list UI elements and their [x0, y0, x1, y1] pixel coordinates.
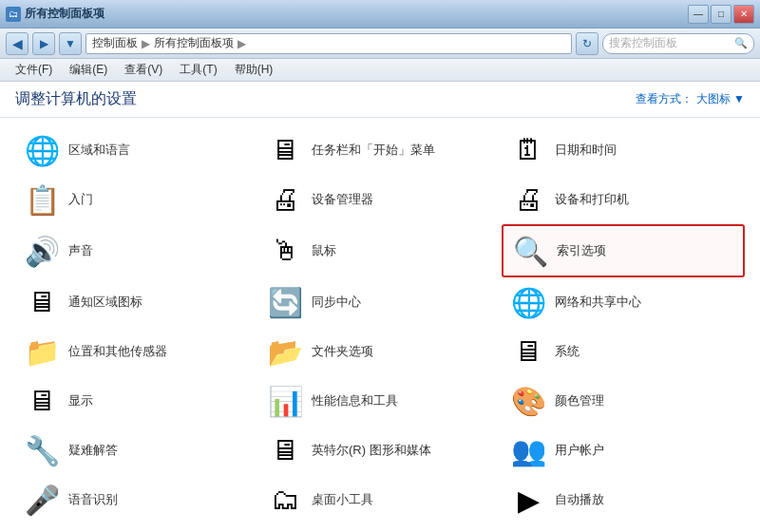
icon-image-devices-printers: 🖨: [511, 182, 545, 217]
icon-item-gadgets[interactable]: 🗂桌面小工具: [258, 475, 502, 524]
path-segment-2: 所有控制面板项: [154, 35, 234, 51]
view-label: 查看方式：: [636, 91, 693, 107]
icon-item-network-sharing[interactable]: 🌐网络和共享中心: [502, 277, 745, 327]
address-path[interactable]: 控制面板 ▶ 所有控制面板项 ▶: [86, 33, 572, 54]
main-body: 调整计算机的设置 查看方式： 大图标 ▼ 🌐区域和语言🖥任务栏和「开始」菜单🗓日…: [0, 82, 760, 532]
icon-label-sound: 声音: [68, 243, 93, 259]
icon-image-troubleshoot: 🔧: [25, 433, 59, 467]
icon-image-mouse: 🖱: [268, 234, 302, 268]
menu-file[interactable]: 文件(F): [8, 60, 60, 80]
icon-image-taskbar-start: 🖥: [268, 133, 302, 167]
icon-label-troubleshoot: 疑难解答: [68, 443, 118, 459]
icon-image-intel-media: 🖥: [268, 433, 302, 467]
menu-tools[interactable]: 工具(T): [172, 60, 224, 80]
icon-image-system: 🖥: [511, 334, 545, 369]
icon-image-network-sharing: 🌐: [511, 285, 545, 319]
icon-item-sound[interactable]: 🔊声音: [15, 224, 258, 277]
icon-label-folder-options: 文件夹选项: [312, 344, 373, 360]
icon-item-taskbar-start[interactable]: 🖥任务栏和「开始」菜单: [258, 125, 502, 175]
search-box[interactable]: 搜索控制面板 🔍: [602, 33, 754, 54]
icon-image-indexing-options: 🔍: [513, 234, 547, 268]
title-controls: — □ ✕: [688, 5, 754, 24]
icon-item-intel-media[interactable]: 🖥英特尔(R) 图形和媒体: [258, 426, 502, 475]
dropdown-button[interactable]: ▼: [59, 32, 82, 55]
icon-label-getting-started: 入门: [68, 192, 93, 208]
view-option[interactable]: 查看方式： 大图标 ▼: [636, 91, 745, 107]
content-header: 调整计算机的设置 查看方式： 大图标 ▼: [0, 82, 760, 118]
icon-label-notification-area: 通知区域图标: [68, 294, 142, 311]
icon-label-autoplay: 自动播放: [555, 492, 604, 508]
icon-image-gadgets: 🗂: [268, 483, 302, 517]
path-segment-1: 控制面板: [92, 35, 138, 51]
icon-item-region-lang[interactable]: 🌐区域和语言: [15, 125, 258, 175]
menu-edit[interactable]: 编辑(E): [62, 60, 115, 80]
icon-item-troubleshoot[interactable]: 🔧疑难解答: [15, 426, 258, 475]
menu-bar: 文件(F) 编辑(E) 查看(V) 工具(T) 帮助(H): [0, 59, 760, 82]
forward-button[interactable]: ▶: [32, 32, 55, 55]
icon-label-system: 系统: [555, 344, 580, 360]
back-button[interactable]: ◀: [6, 32, 28, 55]
icon-image-location-sensors: 📁: [25, 334, 59, 369]
menu-view[interactable]: 查看(V): [117, 60, 170, 80]
icon-item-notification-area[interactable]: 🖥通知区域图标: [15, 277, 258, 327]
search-placeholder: 搜索控制面板: [609, 35, 677, 51]
icon-item-device-manager[interactable]: 🖨设备管理器: [258, 175, 502, 224]
icon-item-user-accounts[interactable]: 👥用户帐户: [502, 426, 745, 475]
icon-label-display: 显示: [68, 393, 93, 409]
icon-item-sync-center[interactable]: 🔄同步中心: [258, 277, 502, 327]
icon-label-speech-recog: 语音识别: [68, 492, 118, 508]
icon-image-user-accounts: 👥: [511, 433, 545, 467]
icon-grid: 🌐区域和语言🖥任务栏和「开始」菜单🗓日期和时间📋入门🖨设备管理器🖨设备和打印机🔊…: [15, 125, 745, 524]
icon-image-sound: 🔊: [25, 234, 59, 268]
window-title: 所有控制面板项: [25, 6, 104, 22]
icon-label-indexing-options: 索引选项: [557, 243, 606, 259]
icon-item-display[interactable]: 🖥显示: [15, 376, 258, 426]
view-mode[interactable]: 大图标 ▼: [696, 91, 745, 107]
icon-label-color-mgmt: 颜色管理: [555, 393, 604, 409]
icon-image-date-time: 🗓: [511, 133, 545, 167]
icon-item-devices-printers[interactable]: 🖨设备和打印机: [502, 175, 745, 224]
icon-label-region-lang: 区域和语言: [68, 142, 130, 159]
close-button[interactable]: ✕: [733, 5, 754, 24]
refresh-button[interactable]: ↻: [576, 32, 598, 55]
icon-label-perf-info: 性能信息和工具: [312, 393, 398, 409]
icon-label-taskbar-start: 任务栏和「开始」菜单: [312, 142, 435, 159]
icon-item-system[interactable]: 🖥系统: [502, 327, 745, 376]
address-bar: ◀ ▶ ▼ 控制面板 ▶ 所有控制面板项 ▶ ↻ 搜索控制面板 🔍: [0, 28, 760, 59]
minimize-button[interactable]: —: [688, 5, 709, 24]
maximize-button[interactable]: □: [711, 5, 732, 24]
icon-label-devices-printers: 设备和打印机: [555, 192, 629, 208]
icon-item-autoplay[interactable]: ▶自动播放: [502, 475, 745, 524]
icon-label-sync-center: 同步中心: [312, 294, 361, 311]
icon-item-location-sensors[interactable]: 📁位置和其他传感器: [15, 327, 258, 376]
icon-image-speech-recog: 🎤: [25, 483, 59, 517]
icon-image-sync-center: 🔄: [268, 285, 302, 319]
icon-item-folder-options[interactable]: 📂文件夹选项: [258, 327, 502, 376]
icon-image-region-lang: 🌐: [25, 133, 59, 167]
icon-item-mouse[interactable]: 🖱鼠标: [258, 224, 502, 277]
title-bar: 🗂 所有控制面板项 — □ ✕: [0, 0, 760, 28]
window-icon: 🗂: [6, 7, 21, 22]
icon-image-autoplay: ▶: [511, 483, 545, 517]
icon-image-display: 🖥: [25, 384, 59, 418]
icon-image-notification-area: 🖥: [25, 285, 59, 319]
icon-item-date-time[interactable]: 🗓日期和时间: [502, 125, 745, 175]
title-bar-left: 🗂 所有控制面板项: [6, 6, 104, 22]
icon-label-location-sensors: 位置和其他传感器: [68, 344, 167, 360]
icon-image-device-manager: 🖨: [268, 182, 302, 217]
icon-label-gadgets: 桌面小工具: [312, 492, 373, 508]
menu-help[interactable]: 帮助(H): [227, 60, 281, 80]
icon-image-perf-info: 📊: [268, 384, 302, 418]
icon-item-getting-started[interactable]: 📋入门: [15, 175, 258, 224]
icon-image-folder-options: 📂: [268, 334, 302, 369]
icon-image-color-mgmt: 🎨: [511, 384, 545, 418]
icon-grid-wrapper: 🌐区域和语言🖥任务栏和「开始」菜单🗓日期和时间📋入门🖨设备管理器🖨设备和打印机🔊…: [0, 118, 760, 532]
icon-item-indexing-options[interactable]: 🔍索引选项: [502, 224, 745, 277]
icon-item-color-mgmt[interactable]: 🎨颜色管理: [502, 376, 745, 426]
icon-item-speech-recog[interactable]: 🎤语音识别: [15, 475, 258, 524]
icon-item-perf-info[interactable]: 📊性能信息和工具: [258, 376, 502, 426]
path-separator: ▶: [142, 37, 150, 50]
icon-label-user-accounts: 用户帐户: [555, 443, 604, 459]
icon-label-mouse: 鼠标: [312, 243, 336, 259]
search-icon: 🔍: [734, 37, 748, 49]
